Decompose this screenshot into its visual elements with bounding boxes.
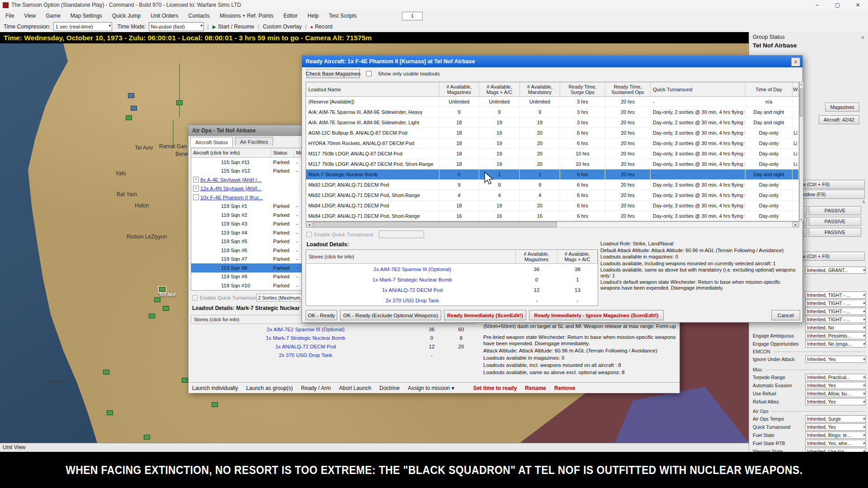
show-only-usable-checkbox[interactable] [366,71,372,76]
aircraft-name[interactable]: 119 Sqn #2 [200,212,247,218]
doctrine-select[interactable]: Inherited, TIGHT - ...▾ [805,300,866,307]
doctrine-select[interactable]: Inherited, Allow, bu...▾ [805,390,866,397]
doctrine-select[interactable]: Inherited, No▾ [805,324,866,331]
launch-as-groups-button[interactable]: Launch as group(s) [246,385,292,391]
check-base-magazines-button[interactable]: Check Base Magazines [307,69,360,78]
doctrine-select[interactable]: Inherited, Yes, whe...▾ [805,440,866,447]
loadout-row[interactable]: M117 750lb LDGP, AN/ALQ-87 DECM Pod, Sho… [306,159,799,169]
menu-item[interactable]: Quick Jump [112,13,141,19]
ok-ready-exclude-button[interactable]: OK - Ready (Exclude Optional Weapons) [340,310,441,320]
loadout-row[interactable]: Mk82 LDGP, AN/ALQ-71 DECM Pod, Short-Ran… [306,190,799,201]
ok-ready-button[interactable]: OK - Ready [306,310,337,320]
rename-button[interactable]: Rename [525,385,546,391]
aircraft-count-button[interactable]: Aircraft: 42/42 [819,115,859,124]
scroll-right-icon[interactable]: ▸ [793,222,799,227]
menu-item[interactable]: Help [307,13,319,19]
unit-icon[interactable] [131,106,137,111]
column-header[interactable]: Ready Time, Surge Ops [560,82,605,96]
scroll-left-icon[interactable]: ◂ [306,222,312,227]
expander-icon[interactable]: + [193,177,199,183]
menu-item[interactable]: Unit Orders [151,13,178,19]
loadout-row[interactable]: Mk82 LDGP, AN/ALQ-71 DECM Pod 9 9 9 6 hr… [306,180,799,190]
menu-item[interactable]: Editor [283,13,297,19]
aircraft-name[interactable]: 119 Sqn #4 [200,230,247,235]
aircraft-row[interactable]: 119 Sqn #7 Parked - [191,255,314,264]
aircraft-name[interactable]: 119 Sqn #6 [200,248,247,253]
column-header[interactable]: Ready Time, Sustained Ops [605,82,651,96]
loadout-row[interactable]: AGM-12C Bullpup B, AN/ALQ-87 DECM Pod 18… [306,128,799,138]
unit-icon[interactable] [128,93,134,98]
store-name-link[interactable]: 1x Mark-7 Strategic Nuclear Bomb [191,335,417,341]
set-time-to-ready-button[interactable]: Set time to ready [473,385,517,391]
aircraft-row[interactable]: 119 Sqn #4 Parked - [191,228,314,237]
custom-overlay-button[interactable]: Custom Overlay [263,23,302,30]
quick-turnaround-checkbox[interactable] [307,232,312,237]
aircraft-row[interactable]: 119 Sqn #6 Parked - [191,246,314,255]
store-name-link[interactable]: 1x AN/ALQ-72 DECM Pod [306,287,516,293]
aircraft-row[interactable]: 115 Sqn #11 Parked - [191,158,314,167]
unit-icon[interactable] [212,402,218,407]
loadout-row[interactable]: Mk84 LDGP, AN/ALQ-71 DECM Pod, Short-Ran… [306,211,799,221]
horizontal-scrollbar[interactable]: ◂ ▸ [306,221,799,228]
unit-icon[interactable] [163,306,169,311]
aircraft-name[interactable]: 115 Sqn #12 [200,168,250,174]
menu-item[interactable]: Contacts [189,13,210,19]
magazines-button[interactable]: Magazines [825,103,859,112]
loadout-row[interactable]: Mk84 LDGP, AN/ALQ-71 DECM Pod 18 19 20 6… [306,201,799,211]
aircraft-row[interactable]: 119 Sqn #8 Parked - [191,263,314,272]
time-mode-select[interactable]: No-pulse (fast)▾ [149,22,204,31]
doctrine-select[interactable]: Inherited, Yes▾ [805,382,866,389]
aircraft-name[interactable]: 119 Sqn #9 [200,274,247,279]
doctrine-select[interactable]: Inherited, No (enga...▾ [805,340,866,347]
unit-icon[interactable] [154,297,160,302]
column-header[interactable]: Loadout Name [306,82,439,96]
assign-to-mission-button[interactable]: Assign to mission ▾ [408,385,454,391]
menu-item[interactable]: Game [46,13,61,19]
quick-turnaround-select[interactable] [379,230,424,238]
chevron-up-icon[interactable]: ∧ [862,199,865,204]
column-header[interactable]: # Available, Mags + A/C [479,82,520,96]
column-header[interactable]: Quick Turnaround [651,82,745,96]
doctrine-select[interactable]: Inherited, TIGHT - ...▾ [805,316,866,323]
doctrine-select[interactable]: Inherited, GRANT...▾ [805,267,866,274]
script-count-input[interactable]: 1 [402,12,423,20]
menu-item[interactable]: Missions + Ref. Points [220,13,274,19]
aircraft-row[interactable]: 119 Sqn #1 Parked - [191,202,314,211]
store-name-link[interactable]: 2x AIM-7E2 Sparrow III (Optional) [191,327,417,332]
loadout-row[interactable]: A/A: AIM-7E Sparrow III, AIM-9E Sidewind… [306,117,799,128]
aircraft-name[interactable]: 119 Sqn #1 [200,203,247,209]
doctrine-select[interactable]: Inherited, Use loa...▾ [805,448,866,452]
aircraft-row[interactable]: 119 Sqn #5 Parked - [191,237,314,246]
ready-arm-button[interactable]: Ready / Arm [301,385,331,391]
aircraft-row[interactable]: 119 Sqn #10 Parked - [191,281,314,290]
aircraft-name[interactable]: 119 Sqn #8 [200,265,247,271]
aircraft-name[interactable]: 115 Sqn #11 [200,160,250,165]
sensor-passive-button[interactable]: PASSIVE [809,206,861,215]
dialog-titlebar[interactable]: Ready Aircraft: 1x F-4E Phantom II [Kurn… [302,56,802,67]
record-button[interactable]: Record [315,23,332,30]
aircraft-row[interactable]: +12x A-4N Skyhawk [Ahit]... [191,184,314,193]
aircraft-name[interactable]: 119 Sqn #5 [200,239,247,244]
aircraft-name[interactable]: 119 Sqn #7 [200,256,247,262]
doctrine-select[interactable]: Inherited, Yes▾ [805,423,866,431]
aircraft-row[interactable]: +8x A-4E Skyhawk [Ahit] (... [191,175,314,184]
aircraft-row[interactable]: 119 Sqn #3 Parked - [191,220,314,229]
doctrine-select[interactable]: Inherited, Practical...▾ [805,374,866,381]
column-header[interactable]: W [793,82,799,96]
column-header[interactable]: # Available, Mandatory [520,82,560,96]
aircraft-name[interactable]: 119 Sqn #3 [200,221,247,226]
loadout-row[interactable]: Mark-7 Strategic Nuclear Bomb 0 1 1 6 hr… [306,169,799,180]
unit-icon[interactable] [107,410,113,415]
store-name-link[interactable]: 2x 370 USG Drop Tank [306,298,516,303]
menu-item[interactable]: Map Settings [71,13,102,19]
scroll-up-icon[interactable]: ▴ [800,82,803,85]
tab-air-facilities[interactable]: Air Facilities [235,137,273,146]
doctrine-select[interactable]: Inherited, Pessimis...▾ [805,332,866,339]
doctrine-select[interactable]: Inherited, Yes▾ [805,356,866,363]
loadout-row[interactable]: (Reserve [Available]) Unlimited Unlimite… [306,97,799,107]
aircraft-row[interactable]: 115 Sqn #12 Parked - [191,167,314,176]
group-status-header[interactable]: Group Status ∧ [749,33,868,41]
doctrine-select[interactable]: Inherited, Surge▾ [805,415,866,422]
ready-immediately-ignore-magazines-button[interactable]: Ready Immediately - Ignore Magazines (Sc… [529,310,664,320]
dialog-close-button[interactable]: ✕ [791,57,800,66]
